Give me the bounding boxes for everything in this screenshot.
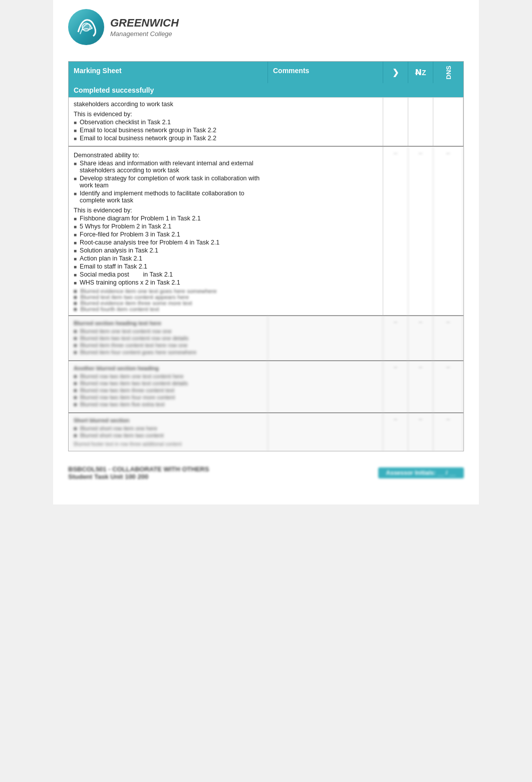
footer-line-2: Student Task Unit 100 200 <box>68 473 209 480</box>
list-item: ■ WHS training options x 2 in Task 2.1 <box>74 279 263 286</box>
list-item: ■ Root-cause analysis tree for Problem 4… <box>74 239 263 246</box>
blurred-score-n-1: -- <box>408 316 433 360</box>
bullet-icon: ■ <box>74 248 77 253</box>
blurred-comments-1 <box>268 316 383 360</box>
blurred-score-dns-2: -- <box>433 361 463 412</box>
blurred-score-n-3: -- <box>408 413 433 451</box>
bullet-icon: ■ <box>74 191 77 196</box>
blurred-content-2: Another blurred section heading ■ Blurre… <box>69 361 268 412</box>
blurred-score-s-1: -- <box>383 316 408 360</box>
bullet-icon: ■ <box>74 216 77 221</box>
evidence-list-2: ■ Fishbone diagram for Problem 1 in Task… <box>74 215 263 286</box>
svg-point-0 <box>82 23 90 31</box>
marking-table: Marking Sheet Comments ❯ N̶Z DNS Complet… <box>68 61 464 451</box>
list-item: ■ Fishbone diagram for Problem 1 in Task… <box>74 215 263 222</box>
page-header: GREENWICH Management College <box>53 0 479 52</box>
college-subtitle: Management College <box>110 30 179 38</box>
comments-cell-2 <box>268 147 383 315</box>
list-item: ■ Social media post in Task 2.1 <box>74 271 263 278</box>
blurred-comments-3 <box>268 413 383 451</box>
evidenced-label-2: This is evidenced by: <box>74 207 263 214</box>
list-item: ■ Email to local business network group … <box>74 127 263 134</box>
table-header-row: Marking Sheet Comments ❯ N̶Z DNS <box>69 62 463 83</box>
blurred-score-dns-1: -- <box>433 316 463 360</box>
bullet-icon: ■ <box>74 240 77 245</box>
list-item: ■ Observation checklist in Task 2.1 <box>74 119 263 126</box>
bullet-icon: ■ <box>74 232 77 237</box>
bullet-icon: ■ <box>74 128 77 133</box>
blurred-score-s-3: -- <box>383 413 408 451</box>
list-item: ■ Action plan in Task 2.1 <box>74 255 263 262</box>
college-name: GREENWICH <box>110 17 179 30</box>
list-item: ■ Share ideas and information with relev… <box>74 160 263 174</box>
score-n-2: -- <box>408 147 433 315</box>
bullet-icon: ■ <box>74 136 77 141</box>
content-row-stakeholders: stakeholders according to work task This… <box>69 97 463 146</box>
completed-section-header: Completed successfully <box>69 83 463 97</box>
demonstrated-label: Demonstrated ability to: <box>74 152 263 159</box>
blurred-score-dns-3: -- <box>433 413 463 451</box>
bullet-icon: ■ <box>74 224 77 229</box>
col-comments: Comments <box>268 62 383 83</box>
bullet-icon: ■ <box>74 176 77 181</box>
content-row-demonstrated: Demonstrated ability to: ■ Share ideas a… <box>69 146 463 315</box>
list-item: ■ Solution analysis in Task 2.1 <box>74 247 263 254</box>
col-marking-sheet: Marking Sheet <box>69 62 268 83</box>
logo-icon <box>68 9 104 45</box>
stakeholders-content: stakeholders according to work task This… <box>69 98 268 146</box>
logo-area: GREENWICH Management College <box>68 9 464 45</box>
col-n: N̶Z <box>408 62 433 83</box>
comments-cell-1 <box>268 98 383 146</box>
score-dns-2: -- <box>433 147 463 315</box>
demonstrated-list: ■ Share ideas and information with relev… <box>74 160 263 204</box>
blurred-comments-2 <box>268 361 383 412</box>
list-item: ■ Force-filed for Problem 3 in Task 2.1 <box>74 231 263 238</box>
blurred-score-n-2: -- <box>408 361 433 412</box>
bullet-icon: ■ <box>74 120 77 125</box>
evidenced-label-1: This is evidenced by: <box>74 111 263 118</box>
bullet-icon: ■ <box>74 161 77 166</box>
list-item: ■ Email to local business network group … <box>74 135 263 142</box>
footer-line-1: BSBCOL501 - COLLABORATE WITH OTHERS <box>68 465 209 473</box>
blurred-score-s-2: -- <box>383 361 408 412</box>
blurred-content-1: Blurred section heading text here ■ Blur… <box>69 316 268 360</box>
blurred-row-1: Blurred section heading text here ■ Blur… <box>69 315 463 360</box>
col-s: ❯ <box>383 62 408 83</box>
evidence-list-1: ■ Observation checklist in Task 2.1 ■ Em… <box>74 119 263 142</box>
list-item: ■ Identify and implement methods to faci… <box>74 190 263 204</box>
stakeholders-line: stakeholders according to work task <box>74 101 263 108</box>
col-dns: DNS <box>433 62 463 83</box>
blurred-row-3: Short blurred section ■ Blurred short ro… <box>69 412 463 451</box>
bullet-icon: ■ <box>74 272 77 278</box>
list-item: ■ Email to staff in Task 2.1 <box>74 263 263 270</box>
score-n-1 <box>408 98 433 146</box>
blurred-content-3: Short blurred section ■ Blurred short ro… <box>69 413 268 451</box>
list-item: ■ 5 Whys for Problem 2 in Task 2.1 <box>74 223 263 230</box>
score-s-1 <box>383 98 408 146</box>
blurred-evidence: ■ Blurred evidence item one text goes he… <box>74 288 263 312</box>
logo-text-block: GREENWICH Management College <box>110 17 179 37</box>
footer-text-block: BSBCOL501 - COLLABORATE WITH OTHERS Stud… <box>68 465 209 480</box>
demonstrated-content: Demonstrated ability to: ■ Share ideas a… <box>69 147 268 315</box>
bullet-icon: ■ <box>74 280 77 286</box>
list-item: ■ Develop strategy for completion of wor… <box>74 175 263 189</box>
score-dns-1 <box>433 98 463 146</box>
footer-badge: Assessor Initials: __ / __ <box>378 467 464 478</box>
bullet-icon: ■ <box>74 264 77 270</box>
page-footer: BSBCOL501 - COLLABORATE WITH OTHERS Stud… <box>68 461 464 484</box>
bullet-icon: ■ <box>74 256 77 262</box>
score-s-2: -- <box>383 147 408 315</box>
blurred-row-2: Another blurred section heading ■ Blurre… <box>69 360 463 412</box>
